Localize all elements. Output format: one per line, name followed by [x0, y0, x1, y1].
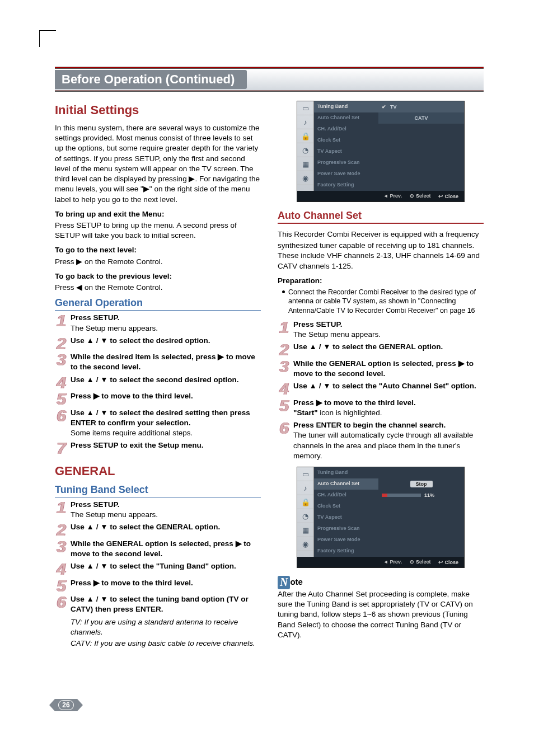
menu-sidebar-icons: ▭ ♪ 🔒 ◔ ▦ ◉: [297, 101, 314, 191]
step-number: 1: [55, 314, 67, 327]
acs-p2: synthesized tuner capable of receiving u…: [278, 241, 484, 271]
preparation-bullet: Connect the Recorder Combi Receiver to t…: [282, 288, 484, 315]
step-bold: Use ▲ / ▼ to select the desired setting …: [71, 408, 250, 427]
prev-level-title: To go back to the previous level:: [55, 271, 261, 281]
step-sub: The Setup menu appears.: [71, 323, 261, 334]
tbs-note-catv: CATV: If you are using basic cable to re…: [71, 638, 261, 649]
step-number: 7: [55, 442, 67, 455]
step-bold: While the desired item is selected, pres…: [71, 353, 255, 371]
menu-value-list: TV CATV: [378, 101, 464, 191]
speaker-icon: ♪: [297, 481, 313, 495]
step-row: 5Press ▶ to move to the third level."Sta…: [278, 398, 484, 418]
step-sub: The Setup menu appears.: [293, 330, 484, 340]
disc-icon: ◔: [297, 509, 313, 523]
step-bold: Press SETUP.: [71, 500, 120, 509]
menu-item: Clock Set: [314, 135, 378, 146]
step-bold: Press SETUP to exit the Setup menu.: [71, 441, 204, 449]
footer-close: Close: [438, 193, 458, 199]
menu-item-list: Tuning BandAuto Channel SetCH. Add/DelCl…: [314, 467, 378, 557]
step-row: 4Use ▲ / ▼ to select the "Auto Channel S…: [278, 381, 484, 396]
page-number-badge: 26: [55, 699, 77, 711]
step-bold: While the GENERAL option is selected, pr…: [293, 359, 474, 378]
step-text: Press ▶ to move to the third level."Star…: [293, 398, 484, 418]
step-row: 6Use ▲ / ▼ to select the desired setting…: [55, 408, 261, 439]
menu-item: Auto Channel Set: [314, 478, 378, 490]
progress-percent: 11%: [424, 492, 434, 498]
step-text: While the desired item is selected, pres…: [71, 352, 261, 372]
speaker-icon: ♪: [297, 115, 313, 129]
step-text: Use ▲ / ▼ to select the desired setting …: [71, 408, 261, 439]
step-text: Use ▲ / ▼ to select the "Auto Channel Se…: [293, 381, 484, 391]
tbs-note-tv: TV: If you are using a standard antenna …: [71, 617, 261, 637]
gear-icon: ◉: [297, 537, 313, 551]
step-text: Press ▶ to move to the third level.: [71, 578, 261, 588]
menu-item: CH. Add/Del: [314, 124, 378, 135]
step-text: Press ▶ to move to the third level.: [71, 391, 261, 401]
menu-item: Clock Set: [314, 501, 378, 512]
prev-level-body: Press ◀ on the Remote Control.: [55, 283, 261, 293]
tuning-band-menu-figure: ▭ ♪ 🔒 ◔ ▦ ◉ Tuning BandAuto Channel SetC…: [297, 101, 465, 202]
step-bold: Use ▲ / ▼ to select the second desired o…: [71, 375, 239, 384]
step-text: Use ▲ / ▼ to select the "Tuning Band" op…: [71, 561, 261, 571]
gear-icon: ◉: [297, 171, 313, 185]
right-column: ▭ ♪ 🔒 ◔ ▦ ◉ Tuning BandAuto Channel SetC…: [278, 100, 484, 653]
initial-settings-heading: Initial Settings: [55, 103, 261, 118]
tv-icon: ▭: [297, 101, 313, 115]
menu-item: Power Save Mode: [314, 534, 378, 546]
menu-item: Factory Setting: [314, 180, 378, 191]
step-text: While the GENERAL option is selected, pr…: [71, 539, 261, 559]
next-level-title: To go to the next level:: [55, 245, 261, 255]
tv-icon: ▭: [297, 467, 313, 481]
next-level-body: Press ▶ on the Remote Control.: [55, 257, 261, 267]
general-heading: GENERAL: [55, 464, 261, 478]
menu-item: Progressive Scan: [314, 523, 378, 534]
step-number: 4: [55, 563, 67, 576]
step-bold: Use ▲ / ▼ to select the GENERAL option.: [293, 342, 443, 351]
note-heading: Note: [278, 576, 484, 589]
footer-select: Select: [410, 559, 431, 565]
menu-item: Tuning Band: [314, 467, 378, 478]
lock-icon: 🔒: [297, 495, 313, 509]
step-sub: Some items require additional steps.: [71, 428, 261, 438]
section-header: Before Operation (Continued): [55, 67, 484, 92]
step-row: 5Press ▶ to move to the third level.: [55, 578, 261, 593]
step-number: 6: [55, 596, 67, 609]
step-text: Use ▲ / ▼ to select the desired option.: [71, 336, 261, 346]
step-bold: Press ▶ to move to the third level.: [71, 392, 193, 400]
note-rest: ote: [290, 577, 303, 586]
footer-prev: Prev.: [383, 559, 402, 565]
step-sub: "Start" icon is highlighted.: [293, 408, 484, 418]
step-bold: Use ▲ / ▼ to select the tuning band opti…: [71, 595, 249, 613]
step-text: While the GENERAL option is selected, pr…: [293, 359, 484, 379]
step-row: 6Press ENTER to begin the channel search…: [278, 420, 484, 461]
step-sub: The tuner will automatically cycle throu…: [293, 430, 484, 461]
step-bold: Use ▲ / ▼ to select the desired option.: [71, 336, 210, 345]
step-text: Use ▲ / ▼ to select the GENERAL option.: [293, 342, 484, 352]
step-number: 1: [55, 501, 67, 514]
step-number: 2: [278, 344, 290, 356]
preparation-text: Connect the Recorder Combi Receiver to t…: [288, 288, 484, 315]
auto-channel-set-heading: Auto Channel Set: [278, 210, 484, 224]
menu-item: Tuning Band: [314, 101, 378, 112]
step-number: 5: [55, 580, 67, 593]
section-header-title: Before Operation (Continued): [55, 70, 247, 89]
step-number: 2: [55, 337, 67, 350]
menu-sidebar-icons: ▭ ♪ 🔒 ◔ ▦ ◉: [297, 467, 314, 557]
disc-icon: ◔: [297, 143, 313, 157]
menu-footer: Prev. Select Close: [297, 557, 464, 567]
step-bold: Press ▶ to move to the third level.: [71, 579, 193, 587]
footer-close: Close: [438, 559, 458, 565]
step-bold: Press ▶ to move to the third level.: [293, 398, 416, 407]
step-number: 3: [278, 360, 290, 373]
progress-bar: [382, 494, 421, 497]
step-sub: The Setup menu appears.: [71, 510, 261, 520]
step-number: 2: [55, 524, 67, 537]
step-bold: While the GENERAL option is selected, pr…: [71, 539, 251, 558]
step-bold: Use ▲ / ▼ to select the "Tuning Band" op…: [71, 562, 236, 570]
step-text: Press SETUP to exit the Setup menu.: [71, 440, 261, 450]
step-row: 2Use ▲ / ▼ to select the GENERAL option.: [55, 522, 261, 537]
step-row: 3While the GENERAL option is selected, p…: [278, 359, 484, 379]
step-row: 5Press ▶ to move to the third level.: [55, 391, 261, 406]
menu-item: Auto Channel Set: [314, 112, 378, 124]
film-icon: ▦: [297, 157, 313, 171]
